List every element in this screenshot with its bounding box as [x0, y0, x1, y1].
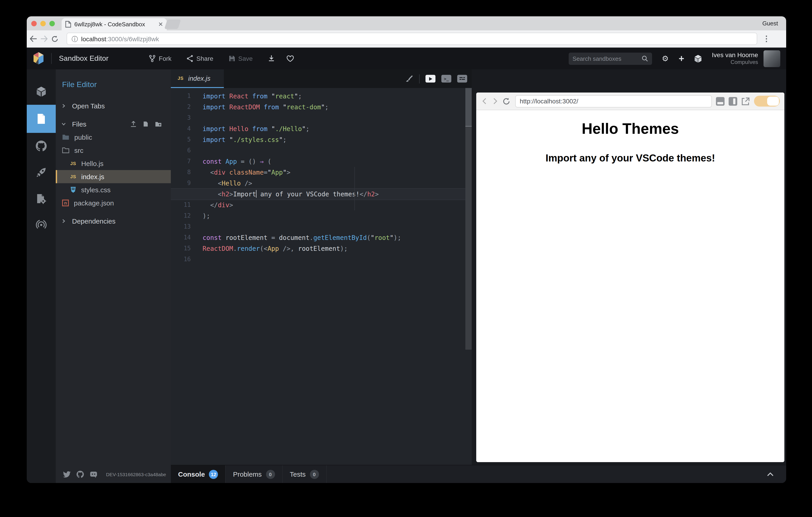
browser-menu-icon[interactable]: ⋮	[763, 34, 770, 44]
zoom-window-button[interactable]	[49, 21, 55, 26]
discord-icon[interactable]	[90, 471, 97, 478]
back-icon[interactable]	[29, 35, 40, 42]
browser-profile-label[interactable]: Guest	[762, 16, 778, 30]
code-line[interactable]: <Hello />	[203, 178, 472, 189]
code-line[interactable]: const App = () ⇒ (	[203, 156, 472, 167]
code-line[interactable]: import "./styles.css";	[203, 134, 472, 145]
github-icon[interactable]	[77, 471, 84, 478]
preview-url: http://localhost:3002/	[520, 98, 578, 105]
code-line[interactable]: import React from "react";	[203, 91, 472, 102]
code-line[interactable]: <h2>Import any of your VSCode themes!</h…	[171, 189, 472, 199]
save-button[interactable]: Save	[229, 55, 253, 62]
file-name: index.js	[81, 173, 104, 181]
editor-scrollbar[interactable]	[465, 88, 472, 350]
code-line[interactable]: </div>	[203, 199, 472, 211]
browser-tab[interactable]: 6wllzpj8wk - CodeSandbox ✕	[62, 18, 167, 30]
rail-item-github[interactable]	[27, 133, 56, 159]
new-sandbox-icon[interactable]: +	[679, 53, 685, 64]
user-info[interactable]: Ives van Hoorne CompuIves	[712, 51, 758, 66]
download-button[interactable]	[268, 55, 274, 62]
editor-view-tools: >_	[405, 70, 467, 88]
upload-file-icon[interactable]	[130, 121, 136, 127]
file-row-index-js[interactable]: JS index.js	[56, 170, 171, 183]
code-line[interactable]: <div className="App">	[203, 167, 472, 178]
indent-guide	[354, 167, 355, 211]
browser-tab-title: 6wllzpj8wk - CodeSandbox	[74, 21, 155, 28]
preview-reload-icon[interactable]	[501, 97, 512, 105]
preview-navbar: http://localhost:3002/	[476, 92, 784, 110]
code-line[interactable]: import Hello from "./Hello";	[203, 124, 472, 134]
rail-item-deployment[interactable]	[27, 159, 56, 186]
code-line[interactable]: );	[203, 211, 472, 221]
preview-forward-icon[interactable]	[490, 98, 501, 104]
reload-icon[interactable]	[51, 35, 62, 43]
open-in-new-window-icon[interactable]	[741, 97, 750, 105]
tab-console[interactable]: Console 12	[171, 465, 226, 483]
editor-tabstrip: JS index.js >_	[171, 70, 472, 88]
tab-tests[interactable]: Tests 0	[283, 465, 326, 483]
new-file-icon[interactable]	[143, 121, 148, 127]
file-row-package-json[interactable]: n package.json	[56, 196, 171, 210]
file-icon	[37, 113, 46, 124]
editor-tab-index-js[interactable]: JS index.js	[171, 70, 224, 88]
line-number: 13	[171, 221, 191, 232]
split-right-icon[interactable]	[729, 97, 737, 105]
line-number: 15	[171, 243, 191, 254]
chevron-up-icon	[767, 472, 774, 476]
code-line[interactable]	[203, 112, 472, 124]
preview-address-bar[interactable]: http://localhost:3002/	[515, 95, 712, 107]
code-line[interactable]	[203, 145, 472, 156]
editor-layout-button[interactable]	[457, 75, 467, 83]
minimize-window-button[interactable]	[40, 21, 46, 26]
code-line[interactable]: const rootElement = document.getElementB…	[203, 232, 472, 243]
editor-tab-label: index.js	[188, 75, 210, 82]
dashboard-cube-icon[interactable]	[694, 54, 702, 63]
code-area[interactable]: 12345678910111213141516 import React fro…	[171, 88, 472, 465]
section-dependencies[interactable]: Dependencies	[56, 215, 171, 228]
code-line[interactable]	[203, 221, 472, 232]
tab-close-icon[interactable]: ✕	[158, 21, 163, 28]
search-input[interactable]: Search sandboxes	[569, 52, 652, 65]
code-line[interactable]: import ReactDOM from "react-dom";	[203, 102, 472, 112]
like-button[interactable]	[286, 55, 294, 62]
fork-button[interactable]: Fork	[149, 55, 172, 62]
file-name: src	[74, 146, 83, 154]
expand-console-button[interactable]	[767, 465, 774, 483]
file-row-hello-js[interactable]: JS Hello.js	[56, 157, 171, 170]
file-row-public[interactable]: public	[56, 131, 171, 144]
section-files[interactable]: Files	[56, 117, 171, 131]
file-row-styles-css[interactable]: styles.css	[56, 183, 171, 196]
rail-item-live[interactable]	[27, 212, 56, 238]
build-id: DEV-1531662863-c3a48abe	[106, 472, 166, 477]
prettify-brush-icon[interactable]	[405, 75, 413, 83]
rail-item-sandbox-config[interactable]	[27, 186, 56, 212]
section-open-tabs[interactable]: Open Tabs	[56, 99, 171, 112]
split-bottom-icon[interactable]	[716, 97, 725, 105]
code-line[interactable]: ReactDOM.render(<App />, rootElement);	[203, 243, 472, 254]
settings-gear-icon[interactable]: ⚙	[662, 54, 669, 63]
forward-icon[interactable]	[40, 35, 51, 42]
close-window-button[interactable]	[31, 21, 37, 26]
rail-item-project[interactable]	[27, 78, 56, 105]
app-title: Sandbox Editor	[59, 54, 109, 62]
preview-toggle[interactable]	[754, 96, 780, 107]
file-name: public	[74, 133, 92, 141]
heart-icon	[286, 55, 294, 62]
address-bar[interactable]: ⓘ localhost:3000/s/6wllzpj8wk	[67, 33, 757, 45]
preview-back-icon[interactable]	[479, 98, 490, 104]
toggle-terminal-view-button[interactable]: >_	[441, 75, 451, 83]
file-row-src[interactable]: src	[56, 144, 171, 157]
rail-item-file-editor[interactable]	[27, 105, 56, 133]
share-button[interactable]: Share	[187, 55, 213, 62]
toggle-browser-view-button[interactable]	[426, 75, 435, 83]
code-line[interactable]	[203, 254, 472, 265]
new-folder-icon[interactable]	[155, 121, 162, 127]
avatar[interactable]	[763, 50, 780, 67]
line-number: 11	[171, 199, 191, 211]
new-tab-button[interactable]	[164, 20, 181, 29]
codesandbox-logo[interactable]	[33, 52, 45, 65]
site-info-icon[interactable]: ⓘ	[71, 35, 78, 42]
tab-problems[interactable]: Problems 0	[226, 465, 283, 483]
twitter-icon[interactable]	[63, 471, 71, 478]
scrollbar-thumb[interactable]	[465, 88, 472, 127]
